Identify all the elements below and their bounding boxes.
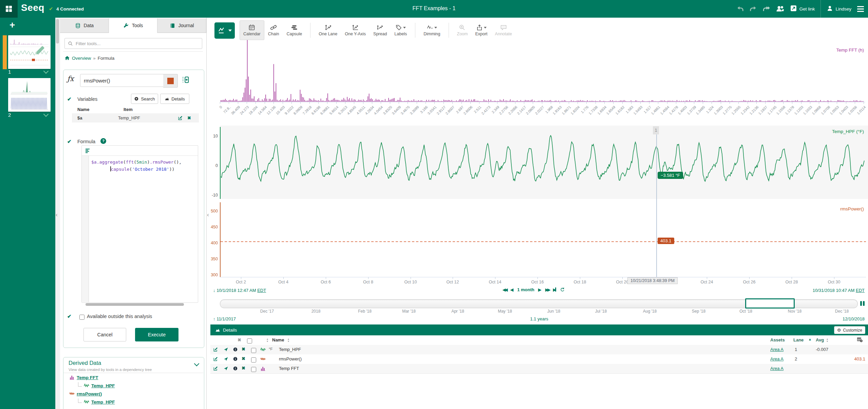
rms-lane-label[interactable]: rmsPower() [762, 206, 864, 211]
send-icon[interactable] [223, 356, 228, 362]
investigate-start[interactable]: ↑ 11/1/2017 [213, 316, 236, 321]
investigate-duration[interactable]: 1.1 years [505, 316, 573, 321]
editor-hscrollbar[interactable] [86, 303, 184, 306]
sort-icon[interactable]: ▴▾ [827, 338, 828, 342]
filter-tools-input[interactable] [75, 41, 202, 47]
investigate-end[interactable]: 12/10/2018 [843, 316, 865, 321]
tree-item-link[interactable]: rmsPower() [77, 391, 102, 396]
step-forward-button[interactable]: ▶ [538, 287, 542, 292]
temp-signal-chart[interactable] [221, 126, 865, 199]
redo-all-button[interactable] [763, 5, 770, 13]
send-icon[interactable] [223, 366, 228, 372]
add-worksheet-button[interactable]: + [10, 20, 15, 31]
chevron-down-icon[interactable] [43, 69, 49, 74]
tab-data[interactable]: Data [60, 18, 109, 33]
worksheet-label-1[interactable]: 1 [8, 69, 51, 75]
worksheet-label-2[interactable]: 2 [8, 112, 51, 118]
sort-asc-icon[interactable]: ▲ [808, 337, 812, 341]
edit-row-icon[interactable] [213, 347, 218, 353]
cancel-button[interactable]: Cancel [83, 328, 126, 341]
sort-icon[interactable]: ▴▾ [288, 338, 289, 342]
remove-row-icon[interactable]: ✖ [242, 347, 245, 352]
tree-item-link[interactable]: Temp_HPF [91, 399, 115, 405]
hamburger-menu[interactable] [857, 6, 864, 12]
row-checkbox[interactable] [251, 367, 256, 372]
edit-row-icon[interactable] [213, 366, 218, 372]
user-menu[interactable]: Lindsey [827, 5, 851, 13]
timeline-lock-icon[interactable] [859, 300, 866, 307]
variable-search-button[interactable]: Search [131, 94, 158, 104]
variable-details-button[interactable]: Details [160, 94, 189, 104]
move-tool-icon[interactable] [182, 76, 189, 83]
info-icon[interactable] [233, 347, 238, 353]
remove-variable-icon[interactable]: ✖ [187, 115, 191, 120]
send-icon[interactable] [223, 347, 228, 353]
worksheet-thumbnail-2[interactable] [8, 78, 51, 112]
collapse-worksheets-handle[interactable]: ‹ [56, 212, 58, 218]
worksheet-thumbnail-1[interactable] [8, 35, 51, 69]
sort-icon[interactable]: ▴▾ [267, 338, 268, 342]
info-icon[interactable] [233, 366, 238, 372]
step-back-fast-button[interactable]: ◀◀ [503, 287, 507, 292]
avg-column-header[interactable]: Avg [816, 337, 824, 342]
rms-dashed-line[interactable] [221, 241, 866, 242]
chevron-down-icon[interactable] [43, 112, 49, 117]
execute-button[interactable]: Execute [135, 328, 178, 341]
row-asset-link[interactable]: Area A [770, 366, 784, 371]
row-asset-link[interactable]: Area A [770, 347, 784, 352]
breadcrumb-overview[interactable]: Overview [72, 56, 91, 61]
undo-button[interactable] [736, 5, 744, 13]
fft-tick [649, 102, 649, 104]
home-icon[interactable] [64, 55, 70, 61]
step-back-button[interactable]: ◀ [510, 287, 513, 292]
tree-item-link[interactable]: Temp_HPF [91, 383, 115, 388]
cursor-timestamp-tooltip: 10/21/2018 3:48:39 PM [627, 277, 678, 284]
edit-variable-icon[interactable] [178, 115, 183, 120]
assets-column-header[interactable]: Assets [770, 337, 785, 342]
formula-name-input[interactable] [80, 74, 164, 87]
rms-y-axis[interactable] [220, 202, 221, 277]
formula-editor[interactable]: $a.aggregate(fft(5min).rmsPower(),capsul… [81, 145, 198, 303]
get-link-button[interactable]: Get link [790, 5, 815, 13]
timeline-selection[interactable] [745, 298, 795, 309]
edit-row-icon[interactable] [213, 356, 218, 362]
lane-column-header[interactable]: Lane [793, 337, 804, 342]
fft-tick [703, 102, 703, 104]
remove-row-icon[interactable]: ✖ [242, 366, 245, 371]
details-row-rmspower-[interactable]: ✖rmsPower()Area A2403.1 [210, 354, 868, 364]
date-tick [495, 277, 495, 279]
remove-row-icon[interactable]: ✖ [242, 356, 245, 361]
color-picker-button[interactable] [163, 74, 178, 88]
details-row-temp-fft[interactable]: ✖Temp FFTArea A [210, 364, 868, 374]
select-all-checkbox[interactable] [247, 338, 252, 343]
row-checkbox[interactable] [251, 357, 256, 362]
row-asset-link[interactable]: Area A [770, 356, 784, 361]
fft-chart[interactable] [220, 27, 865, 102]
help-icon[interactable]: ? [100, 138, 106, 144]
step-to-end-button[interactable]: ▶ [553, 287, 556, 292]
gears-icon: ⚙ [837, 328, 841, 333]
date-tick [537, 277, 538, 279]
timezone-link[interactable]: EDT [257, 288, 266, 293]
function-list-icon[interactable] [85, 148, 90, 153]
name-column-header[interactable]: Name [272, 337, 284, 342]
refresh-icon[interactable] [560, 287, 565, 292]
info-icon[interactable] [233, 356, 238, 362]
tab-tools[interactable]: Tools [109, 18, 158, 33]
redo-button[interactable] [750, 5, 757, 13]
timezone-link[interactable]: EDT [856, 288, 865, 293]
range-duration-label[interactable]: 1 month [517, 287, 534, 292]
formula-code[interactable]: $a.aggregate(fft(5min).rmsPower(),capsul… [91, 159, 182, 173]
tree-item-link[interactable]: Temp FFT [77, 375, 98, 380]
step-forward-fast-button[interactable]: ▶▶ [545, 287, 549, 292]
users-icon[interactable] [776, 5, 784, 13]
panel-scrollbar-thumb[interactable] [56, 19, 59, 43]
add-column-icon[interactable] [857, 337, 863, 342]
remove-all-icon[interactable]: ✖ [238, 337, 241, 342]
sigred-icon [69, 391, 75, 396]
customize-button[interactable]: ⚙Customize [834, 326, 865, 334]
details-row-temp-hpf[interactable]: ✖°FTemp_HPFArea A1-0.007 [210, 345, 868, 355]
tab-journal[interactable]: Journal [157, 18, 206, 33]
available-outside-checkbox[interactable] [79, 315, 84, 320]
row-checkbox[interactable] [251, 348, 256, 353]
